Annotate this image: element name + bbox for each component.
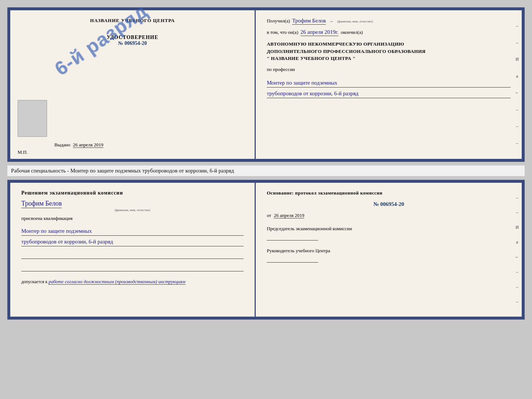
udostoverenie-title: УДОСТОВЕРЕНИЕ [107, 35, 158, 40]
school-name-top: НАЗВАНИЕ УЧЕБНОГО ЦЕНТРА [90, 18, 175, 24]
top-cert-left: НАЗВАНИЕ УЧЕБНОГО ЦЕНТРА УДОСТОВЕРЕНИЕ №… [10, 10, 256, 159]
bottom-cert-left: Решением экзаменационной комиссии Трофим… [10, 183, 256, 317]
photo-placeholder [18, 100, 47, 137]
org-block: АВТОНОМНУЮ НЕКОММЕРЧЕСКУЮ ОРГАНИЗАЦИЮ ДО… [267, 40, 511, 62]
bottom-certificate: Решением экзаменационной комиссии Трофим… [7, 180, 525, 320]
right-edge-marks: – – И а ← – – – [514, 18, 520, 152]
po-professii-label: по профессии [267, 67, 511, 72]
udostoverenie-num: № 006954-20 [107, 40, 158, 46]
profession-block: Монтер по защите подземных трубопроводов… [267, 77, 511, 98]
dopuskaetsya-block: допускается к работе согласно должностны… [21, 279, 244, 285]
vydano-line: Выдано 26 апреля 2019 [54, 142, 103, 148]
predsedatel-block: Председатель экзаменационной комиссии [267, 226, 511, 241]
protocol-num: № 006954-20 [267, 201, 511, 207]
rukovoditel-signature [267, 255, 318, 263]
predsedatel-signature [267, 233, 318, 241]
top-certificate: НАЗВАНИЕ УЧЕБНОГО ЦЕНТРА УДОСТОВЕРЕНИЕ №… [7, 7, 525, 162]
rukovoditel-block: Руководитель учебного Центра [267, 248, 511, 263]
osnovanie-block: Основание: протокол экзаменационной коми… [267, 190, 511, 196]
vtom-line: в том, что он(а) 26 апреля 2019г. окончи… [267, 29, 511, 36]
person-name-block-bottom: Трофим Белов (фамилия, имя, отчество) [21, 200, 244, 212]
bottom-right-edge-marks: – – И а ← – – – [514, 190, 520, 309]
prisvoena-text: присвоена квалификация [21, 215, 244, 221]
blank-line-2 [21, 265, 244, 271]
person-name-top: Трофим Белов [292, 18, 326, 25]
poluchil-line: Получил(а) Трофим Белов – (фамилия, имя,… [267, 18, 511, 25]
date-vtom: 26 апреля 2019г. [301, 29, 339, 36]
page-wrapper: НАЗВАНИЕ УЧЕБНОГО ЦЕНТРА УДОСТОВЕРЕНИЕ №… [7, 7, 525, 320]
bottom-cert-right: Основание: протокол экзаменационной коми… [256, 183, 522, 317]
udostoverenie-block: УДОСТОВЕРЕНИЕ № 006954-20 [107, 35, 158, 46]
qualification-block: Монтер по защите подземных трубопроводов… [21, 225, 244, 246]
ot-line: от 26 апреля 2019 [267, 213, 511, 218]
dopuskaetsya-value: работе согласно должностным (производств… [48, 279, 185, 285]
ot-date: 26 апреля 2019 [274, 213, 304, 218]
blank-line-1 [21, 252, 244, 259]
specialty-line: Рабочая специальность - Монтер по защите… [7, 165, 525, 176]
resheniem-title: Решением экзаменационной комиссии [21, 190, 244, 196]
top-cert-right: Получил(а) Трофим Белов – (фамилия, имя,… [256, 10, 522, 159]
mp-label: М.П. [18, 149, 28, 155]
person-name-bottom: Трофим Белов [21, 200, 62, 208]
